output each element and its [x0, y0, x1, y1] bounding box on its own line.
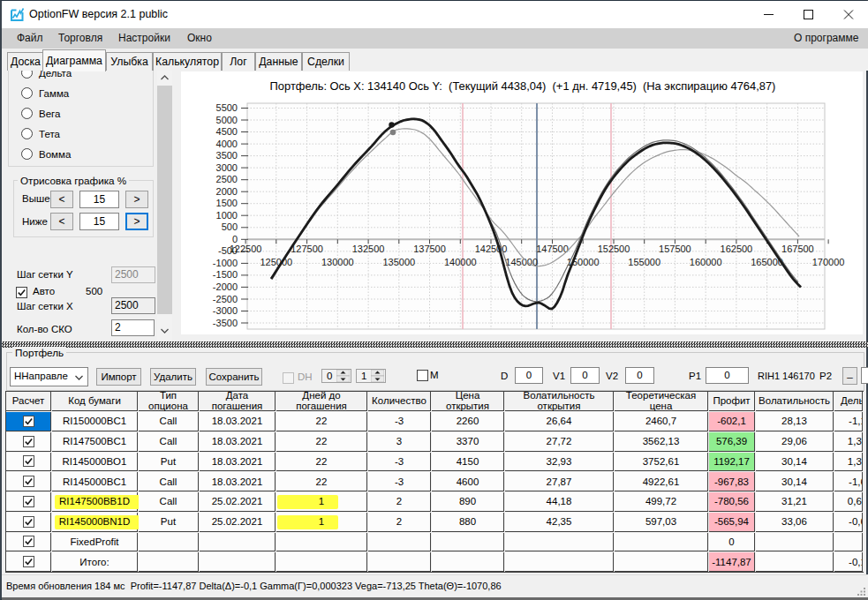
svg-text:-2500: -2500: [213, 294, 238, 304]
svg-text:5000: 5000: [216, 115, 238, 125]
svg-text:4000: 4000: [216, 139, 238, 149]
svg-text:1500: 1500: [216, 198, 238, 208]
svg-text:125000: 125000: [260, 257, 292, 267]
svg-text:140000: 140000: [444, 257, 477, 267]
svg-text:137500: 137500: [413, 244, 446, 254]
svg-text:122500: 122500: [230, 244, 262, 254]
svg-text:Портфель: Ось X: 134140 Ось Y:: Портфель: Ось X: 134140 Ось Y: (Текущий …: [270, 79, 776, 93]
svg-text:-2000: -2000: [213, 281, 238, 292]
svg-text:-3000: -3000: [213, 305, 238, 316]
svg-text:155000: 155000: [628, 257, 660, 267]
svg-text:3000: 3000: [216, 162, 238, 173]
svg-text:2500: 2500: [216, 174, 238, 184]
svg-text:170000: 170000: [812, 257, 845, 267]
svg-text:500: 500: [222, 221, 238, 232]
svg-text:157500: 157500: [659, 244, 691, 254]
svg-text:-1000: -1000: [213, 258, 238, 268]
svg-text:-1500: -1500: [213, 269, 238, 280]
svg-text:-3500: -3500: [213, 318, 238, 328]
svg-text:167500: 167500: [781, 244, 814, 254]
svg-text:2000: 2000: [216, 186, 238, 197]
svg-text:160000: 160000: [690, 257, 722, 267]
svg-text:152500: 152500: [598, 244, 630, 254]
svg-text:4500: 4500: [216, 126, 238, 137]
svg-text:1000: 1000: [216, 210, 238, 221]
svg-text:127500: 127500: [291, 244, 323, 254]
svg-text:130000: 130000: [321, 257, 354, 267]
svg-text:132500: 132500: [352, 244, 385, 254]
svg-text:147500: 147500: [536, 244, 569, 254]
svg-text:0: 0: [232, 234, 238, 244]
svg-text:3500: 3500: [216, 150, 238, 161]
svg-text:162500: 162500: [721, 244, 753, 254]
svg-text:5500: 5500: [216, 102, 238, 113]
svg-text:135000: 135000: [382, 257, 415, 267]
